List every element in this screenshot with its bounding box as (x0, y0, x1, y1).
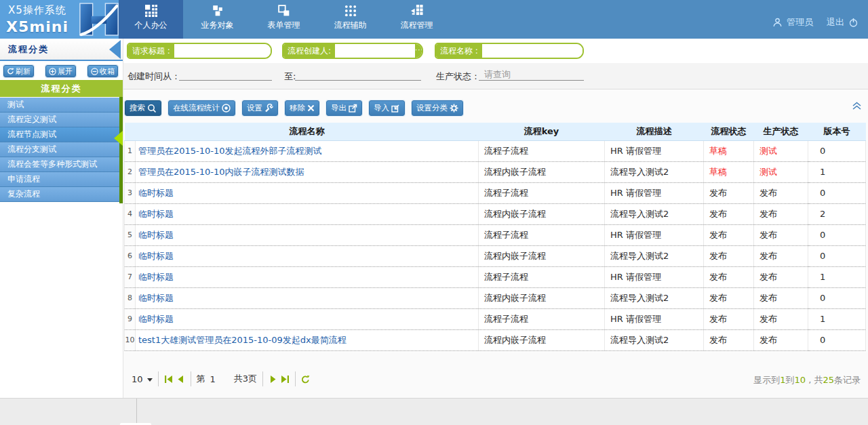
process-assist-icon (344, 5, 357, 17)
request-title-input[interactable] (174, 44, 272, 58)
collapse-button[interactable]: 收箱 (87, 65, 118, 77)
category-item[interactable]: 流程定义测试 (0, 113, 119, 127)
row-prod: 发布 (754, 329, 808, 350)
category-item[interactable]: 流程分支测试 (0, 142, 119, 157)
col-header-status[interactable]: 流程状态 (704, 123, 754, 140)
row-prod: 测试 (754, 140, 808, 161)
process-link[interactable]: 临时标题 (138, 188, 174, 198)
process-creator-input[interactable] (335, 44, 415, 58)
last-page-icon[interactable] (281, 375, 290, 384)
production-status-input[interactable]: 请查询 (479, 68, 584, 81)
search-button[interactable]: 搜索 (125, 100, 161, 116)
row-key: 流程内嵌子流程 (479, 161, 605, 182)
logo-subtitle: X5mini (6, 18, 68, 35)
summary-text: , 共 (806, 375, 823, 385)
table-row: 8临时标题流程内嵌子流程流程导入测试2发布发布0 (125, 287, 866, 308)
row-desc: HR 请假管理 (605, 140, 704, 161)
category-item[interactable]: 申请流程 (0, 172, 119, 187)
reload-icon[interactable] (301, 375, 310, 384)
power-icon[interactable] (848, 18, 859, 28)
toolbar-buttons: 搜索在线流程统计设置移除导出导入设置分类 (125, 100, 463, 116)
row-key: 流程内嵌子流程 (479, 287, 605, 308)
row-status: 发布 (704, 308, 754, 329)
table-row: 4临时标题流程内嵌子流程流程导入测试2发布发布2 (125, 203, 866, 224)
row-status: 发布 (704, 182, 754, 203)
row-version: 0 (808, 140, 866, 161)
process-table: 流程名称 流程key 流程描述 流程状态 生产状态 版本号 1管理员在2015-… (124, 123, 866, 351)
row-version: 0 (808, 245, 866, 266)
total-pages: 共3页 (234, 373, 257, 385)
tab-process-management[interactable]: 流程管理 (384, 0, 449, 39)
sidebar-title-divider (0, 60, 123, 61)
process-link[interactable]: 临时标题 (138, 293, 174, 303)
sidebar: 流程分类 刷新展开收箱 流程分类 测试流程定义测试流程节点测试流程分支测试流程会… (0, 39, 123, 398)
process-link[interactable]: 临时标题 (138, 272, 174, 282)
row-num: 8 (125, 287, 136, 308)
process-link[interactable]: 临时标题 (138, 314, 174, 324)
set-category-button[interactable]: 设置分类 (412, 100, 463, 116)
created-to-input[interactable] (295, 68, 421, 81)
page-size-select[interactable]: 10 (132, 374, 153, 384)
logo: X5操作系统 X5mini (0, 0, 122, 39)
tab-business-object[interactable]: 业务对象 (185, 0, 250, 39)
category-item[interactable]: 流程节点测试 (0, 127, 119, 142)
category-item[interactable]: 复杂流程 (0, 187, 119, 202)
row-num: 6 (125, 245, 136, 266)
process-link[interactable]: 管理员在2015-10-10内嵌子流程测试数据 (138, 167, 304, 177)
process-link[interactable]: 临时标题 (138, 209, 174, 219)
settings-button[interactable]: 设置 (242, 100, 278, 116)
prev-page-icon[interactable] (176, 375, 185, 384)
tab-personal-office[interactable]: 个人办公 (119, 0, 183, 39)
record-summary: 显示到1到10 , 共25条记录 (753, 374, 861, 386)
table-row: 6临时标题流程内嵌子流程流程导入测试2发布发布0 (125, 245, 866, 266)
collapse-search-icon[interactable] (852, 101, 862, 110)
pagination-bar: 10 第 1 共3页 (123, 353, 868, 398)
row-num: 2 (125, 161, 136, 182)
page-word: 第 (197, 373, 205, 385)
tab-form-management[interactable]: 表单管理 (252, 0, 316, 39)
process-link[interactable]: 临时标题 (138, 230, 174, 240)
row-desc: HR 请假管理 (605, 308, 704, 329)
col-header-desc[interactable]: 流程描述 (605, 123, 704, 140)
row-desc: HR 请假管理 (605, 266, 704, 287)
col-header-name[interactable]: 流程名称 (136, 123, 479, 140)
process-name-label: 流程名称 : (436, 44, 482, 58)
import-button[interactable]: 导入 (369, 100, 405, 116)
process-link[interactable]: test1大雄测试管理员在2015-10-09发起dx最简流程 (138, 335, 347, 345)
pager-controls: 10 第 1 共3页 (132, 371, 310, 387)
process-link[interactable]: 管理员在2015-10-10发起流程外部子流程测试 (138, 146, 322, 156)
logout-button[interactable]: 退出 (827, 16, 844, 28)
first-page-icon[interactable] (164, 375, 173, 384)
online-stats-button[interactable]: 在线流程统计 (168, 100, 235, 116)
table-row: 5临时标题流程子流程HR 请假管理发布发布0 (125, 224, 866, 245)
category-item[interactable]: 流程会签等多种形式测试 (0, 157, 119, 172)
remove-button[interactable]: 移除 (285, 100, 319, 116)
user-name[interactable]: 管理员 (787, 16, 813, 28)
summary-to: 10 (795, 375, 806, 385)
row-name: 临时标题 (136, 224, 479, 245)
row-version: 1 (808, 161, 866, 182)
row-key: 流程子流程 (479, 308, 605, 329)
refresh-button[interactable]: 刷新 (3, 65, 34, 77)
export-button[interactable]: 导出 (326, 100, 362, 116)
current-page[interactable]: 1 (210, 374, 216, 384)
creator-picker-button[interactable]: ····· (415, 44, 423, 58)
tab-process-assist[interactable]: 流程辅助 (318, 0, 382, 39)
col-header-prod[interactable]: 生产状态 (754, 123, 808, 140)
process-name-input[interactable] (482, 44, 583, 58)
toolbar: 搜索在线流程统计设置移除导出导入设置分类 (123, 90, 868, 123)
row-desc: HR 请假管理 (605, 224, 704, 245)
col-header-key[interactable]: 流程key (479, 123, 605, 140)
stats-icon (222, 104, 231, 113)
process-name-group: 流程名称 : (435, 43, 584, 59)
process-link[interactable]: 临时标题 (138, 251, 174, 261)
nav-tabs: 个人办公业务对象表单管理流程辅助流程管理 (119, 0, 449, 39)
expand-button[interactable]: 展开 (45, 65, 76, 77)
category-item[interactable]: 测试 (0, 98, 119, 113)
page-size-value: 10 (132, 374, 143, 384)
sidebar-collapse-arrow-icon[interactable] (109, 40, 121, 59)
next-page-icon[interactable] (269, 375, 277, 384)
created-from-input[interactable] (179, 68, 272, 81)
col-header-version[interactable]: 版本号 (808, 123, 866, 140)
expand-icon (49, 68, 56, 75)
